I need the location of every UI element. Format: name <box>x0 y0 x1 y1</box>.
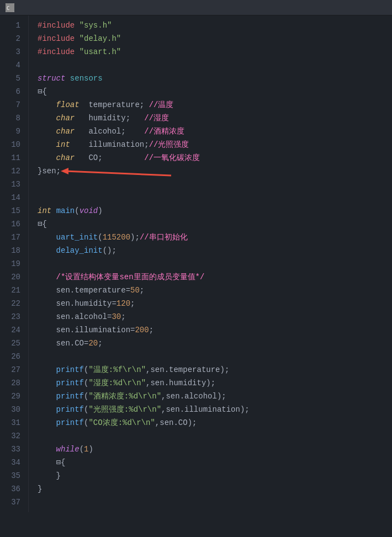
code-line-31: printf("CO浓度:%d\r\n",sen.CO); <box>38 416 392 429</box>
code-line-28: printf("湿度:%d\r\n",sen.humidity); <box>38 376 392 390</box>
code-line-34: ⊟{ <box>38 456 392 469</box>
line-number-16: 16 <box>0 217 28 231</box>
code-line-27: printf("温度:%f\r\n",sen.temperature); <box>38 363 392 376</box>
code-container: 1234567891011121314151617181920212223242… <box>0 15 392 512</box>
code-line-4 <box>38 59 392 72</box>
line-number-17: 17 <box>0 231 28 244</box>
line-number-26: 26 <box>0 350 28 363</box>
line-number-33: 33 <box>0 443 28 456</box>
line-number-24: 24 <box>0 323 28 337</box>
line-number-29: 29 <box>0 390 28 403</box>
code-line-19 <box>38 257 392 270</box>
code-line-25: sen.CO=20; <box>38 337 392 350</box>
code-wrapper: 1234567891011121314151617181920212223242… <box>0 15 392 512</box>
line-number-22: 22 <box>0 297 28 310</box>
code-line-32 <box>38 429 392 443</box>
code-line-36: } <box>38 482 392 496</box>
line-number-8: 8 <box>0 111 28 125</box>
code-area[interactable]: #include "sys.h"#include "delay.h"#inclu… <box>29 15 392 512</box>
code-line-15: int main(void) <box>38 204 392 217</box>
code-line-8: char humidity; //湿度 <box>38 111 392 125</box>
line-number-21: 21 <box>0 284 28 297</box>
line-number-30: 30 <box>0 403 28 416</box>
code-line-20: /*设置结构体变量sen里面的成员变量值*/ <box>38 270 392 284</box>
line-number-4: 4 <box>0 59 28 72</box>
code-line-12: }sen; <box>38 164 392 178</box>
line-number-1: 1 <box>0 19 28 32</box>
code-line-2: #include "delay.h" <box>38 32 392 45</box>
code-line-1: #include "sys.h" <box>38 19 392 32</box>
code-line-29: printf("酒精浓度:%d\r\n",sen.alcohol); <box>38 390 392 403</box>
line-number-19: 19 <box>0 257 28 270</box>
line-number-10: 10 <box>0 138 28 151</box>
line-number-27: 27 <box>0 363 28 376</box>
line-number-5: 5 <box>0 72 28 85</box>
line-number-31: 31 <box>0 416 28 429</box>
line-number-18: 18 <box>0 244 28 257</box>
line-numbers: 1234567891011121314151617181920212223242… <box>0 15 29 512</box>
code-line-26 <box>38 350 392 363</box>
svg-text:C: C <box>7 6 9 11</box>
line-number-14: 14 <box>0 191 28 204</box>
editor-window: C 12345678910111213141516171819202122232… <box>0 0 392 512</box>
line-number-9: 9 <box>0 125 28 138</box>
file-icon: C <box>6 3 14 12</box>
code-line-10: int illumination;//光照强度 <box>38 138 392 151</box>
code-line-33: while(1) <box>38 443 392 456</box>
code-line-6: ⊟{ <box>38 85 392 98</box>
line-number-35: 35 <box>0 469 28 482</box>
line-number-12: 12 <box>0 164 28 178</box>
code-line-30: printf("光照强度:%d\r\n",sen.illumination); <box>38 403 392 416</box>
line-number-23: 23 <box>0 310 28 323</box>
line-number-20: 20 <box>0 270 28 284</box>
line-number-7: 7 <box>0 98 28 111</box>
line-number-25: 25 <box>0 337 28 350</box>
line-number-3: 3 <box>0 45 28 59</box>
code-line-3: #include "usart.h" <box>38 45 392 59</box>
line-number-15: 15 <box>0 204 28 217</box>
line-number-6: 6 <box>0 85 28 98</box>
code-line-7: float temperature; //温度 <box>38 98 392 111</box>
line-number-13: 13 <box>0 178 28 191</box>
line-number-34: 34 <box>0 456 28 469</box>
line-number-36: 36 <box>0 482 28 496</box>
code-line-5: struct sensors <box>38 72 392 85</box>
code-line-35: } <box>38 469 392 482</box>
code-line-23: sen.alcohol=30; <box>38 310 392 323</box>
code-line-17: uart_init(115200);//串口初始化 <box>38 231 392 244</box>
line-number-32: 32 <box>0 429 28 443</box>
code-line-37 <box>38 496 392 509</box>
code-line-11: char CO; //一氧化碳浓度 <box>38 151 392 164</box>
code-line-21: sen.temperature=50; <box>38 284 392 297</box>
code-line-18: delay_init(); <box>38 244 392 257</box>
title-bar: C <box>0 0 392 15</box>
line-number-11: 11 <box>0 151 28 164</box>
code-line-14 <box>38 191 392 204</box>
code-line-13 <box>38 178 392 191</box>
code-line-22: sen.humidity=120; <box>38 297 392 310</box>
code-line-24: sen.illumination=200; <box>38 323 392 337</box>
line-number-37: 37 <box>0 496 28 509</box>
line-number-28: 28 <box>0 376 28 390</box>
line-number-2: 2 <box>0 32 28 45</box>
code-line-16: ⊟{ <box>38 217 392 231</box>
code-line-9: char alcohol; //酒精浓度 <box>38 125 392 138</box>
